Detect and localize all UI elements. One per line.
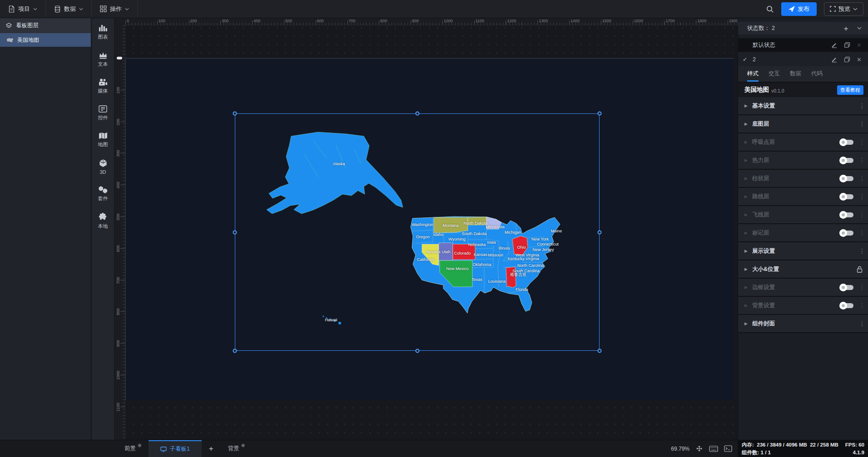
copy-icon[interactable] xyxy=(844,56,850,63)
selection-handle[interactable] xyxy=(415,112,419,116)
section-柱状层[interactable]: ▶柱状层⋮ xyxy=(738,170,868,188)
tool-media[interactable]: 媒体 xyxy=(98,79,108,94)
tab-数据[interactable]: 数据 xyxy=(790,70,801,82)
selection-handle[interactable] xyxy=(415,349,419,353)
kebab-menu-icon[interactable]: ⋮ xyxy=(859,175,863,182)
section-标记层[interactable]: ▶标记层⋮ xyxy=(738,224,868,242)
section-背景设置[interactable]: ▶背景设置⋮ xyxy=(738,297,868,315)
preview-button[interactable]: 预览 xyxy=(824,2,863,16)
section-呼吸点层[interactable]: ▶呼吸点层⋮ xyxy=(738,133,868,152)
section-底图层[interactable]: ▶底图层⋮ xyxy=(738,115,868,133)
copy-icon[interactable] xyxy=(844,42,850,48)
ruler-label: 1300 xyxy=(539,19,548,23)
tool-threed[interactable]: 3D xyxy=(99,159,107,175)
tool-kit[interactable]: 套件 xyxy=(98,186,108,202)
zoom-level[interactable]: 69.79% xyxy=(671,446,689,452)
toggle-off[interactable] xyxy=(841,140,853,145)
section-label: 背景设置 xyxy=(752,302,775,310)
menu-ops[interactable]: 操作 xyxy=(92,0,138,18)
edit-icon[interactable] xyxy=(831,42,838,48)
selection-handle[interactable] xyxy=(598,112,602,116)
tab-交互[interactable]: 交互 xyxy=(769,70,780,82)
toggle-off[interactable] xyxy=(841,194,853,199)
kebab-menu-icon[interactable]: ⋮ xyxy=(859,103,863,109)
toggle-off[interactable] xyxy=(841,303,853,308)
keyboard-icon[interactable] xyxy=(709,446,718,452)
tool-widget[interactable]: 控件 xyxy=(98,105,108,121)
layer-item-usa-map[interactable]: 美国地图 xyxy=(0,33,91,47)
kebab-menu-icon[interactable]: ⋮ xyxy=(859,248,863,254)
add-foreground-icon[interactable]: ⊕ xyxy=(138,443,141,448)
section-热力层[interactable]: ▶热力层⋮ xyxy=(738,152,868,170)
tool-text[interactable]: 文本 xyxy=(98,51,108,68)
add-board-button[interactable]: + xyxy=(202,440,221,457)
state-row-1[interactable]: 默认状态✕ xyxy=(738,38,868,52)
kebab-menu-icon[interactable]: ⋮ xyxy=(859,121,863,127)
expand-arrow-icon[interactable]: ▶ xyxy=(744,103,748,108)
selection-handle[interactable] xyxy=(233,349,237,353)
tool-chart[interactable]: 图表 xyxy=(98,24,108,40)
section-组件封面[interactable]: ▶组件封面⋮ xyxy=(738,315,868,333)
add-state-button[interactable]: ＋ xyxy=(842,23,850,34)
selection-rectangle[interactable] xyxy=(235,113,600,351)
expand-arrow-icon[interactable]: ▶ xyxy=(744,176,748,181)
expand-arrow-icon[interactable]: ▶ xyxy=(744,194,748,199)
section-大小&位置[interactable]: ▶大小&位置 xyxy=(738,260,868,279)
subboard-tab-label: 子看板1 xyxy=(169,445,189,453)
kebab-menu-icon[interactable]: ⋮ xyxy=(859,139,863,145)
expand-arrow-icon[interactable]: ▶ xyxy=(744,267,748,271)
expand-arrow-icon[interactable]: ▶ xyxy=(744,140,748,144)
foreground-tab[interactable]: 前景 ⊕ xyxy=(117,440,149,457)
subboard-tab[interactable]: 子看板1 xyxy=(149,440,201,457)
kebab-menu-icon[interactable]: ⋮ xyxy=(859,302,863,309)
fit-screen-icon[interactable] xyxy=(695,445,703,452)
tool-map[interactable]: 地图 xyxy=(98,132,108,148)
kebab-menu-icon[interactable]: ⋮ xyxy=(859,284,863,290)
section-边框设置[interactable]: ▶边框设置⋮ xyxy=(738,279,868,297)
kebab-menu-icon[interactable]: ⋮ xyxy=(859,230,863,236)
expand-arrow-icon[interactable]: ▶ xyxy=(744,249,748,253)
toggle-off[interactable] xyxy=(841,231,853,236)
state-row-2[interactable]: ✓2✕ xyxy=(738,53,868,66)
selection-handle[interactable] xyxy=(233,230,237,234)
kebab-menu-icon[interactable]: ⋮ xyxy=(859,211,863,218)
menu-data[interactable]: 数据 xyxy=(46,0,92,18)
toggle-off[interactable] xyxy=(841,158,853,163)
selection-handle[interactable] xyxy=(598,349,602,353)
collapse-states-icon[interactable] xyxy=(857,27,862,29)
section-飞线层[interactable]: ▶飞线层⋮ xyxy=(738,206,868,224)
kebab-menu-icon[interactable]: ⋮ xyxy=(859,157,863,163)
expand-arrow-icon[interactable]: ▶ xyxy=(744,122,748,126)
selection-handle[interactable] xyxy=(598,230,602,234)
expand-arrow-icon[interactable]: ▶ xyxy=(744,321,748,326)
toggle-off[interactable] xyxy=(841,212,853,217)
edit-icon[interactable] xyxy=(831,56,838,63)
section-基本设置[interactable]: ▶基本设置⋮ xyxy=(738,97,868,115)
tab-代码[interactable]: 代码 xyxy=(811,70,823,82)
background-tab[interactable]: 背景 ⊕ xyxy=(221,440,252,457)
selection-handle[interactable] xyxy=(233,112,237,116)
expand-arrow-icon[interactable]: ▶ xyxy=(744,231,748,235)
expand-arrow-icon[interactable]: ▶ xyxy=(744,158,748,162)
section-展示设置[interactable]: ▶展示设置⋮ xyxy=(738,242,868,260)
expand-arrow-icon[interactable]: ▶ xyxy=(744,285,748,290)
toggle-off[interactable] xyxy=(841,285,853,290)
ruler-label: 200 xyxy=(116,118,120,125)
add-background-icon[interactable]: ⊕ xyxy=(241,443,245,448)
tool-local[interactable]: 本地 xyxy=(98,213,108,230)
lock-icon[interactable] xyxy=(857,266,863,273)
kebab-menu-icon[interactable]: ⋮ xyxy=(859,320,863,327)
section-路线层[interactable]: ▶路线层⋮ xyxy=(738,188,868,206)
toggle-off[interactable] xyxy=(841,176,853,181)
publish-button[interactable]: 发布 xyxy=(781,2,817,16)
design-canvas[interactable]: AlaskaWashingtonMontanaNorth DakotaMinne… xyxy=(114,18,738,440)
tab-样式[interactable]: 样式 xyxy=(747,70,759,82)
kebab-menu-icon[interactable]: ⋮ xyxy=(859,193,863,200)
tutorial-button[interactable]: 查看教程 xyxy=(837,85,863,95)
close-icon[interactable]: ✕ xyxy=(857,56,862,63)
expand-arrow-icon[interactable]: ▶ xyxy=(744,212,748,217)
expand-arrow-icon[interactable]: ▶ xyxy=(744,303,748,308)
search-icon[interactable] xyxy=(766,5,774,13)
console-icon[interactable] xyxy=(724,445,732,452)
menu-project[interactable]: 项目 xyxy=(0,0,46,18)
